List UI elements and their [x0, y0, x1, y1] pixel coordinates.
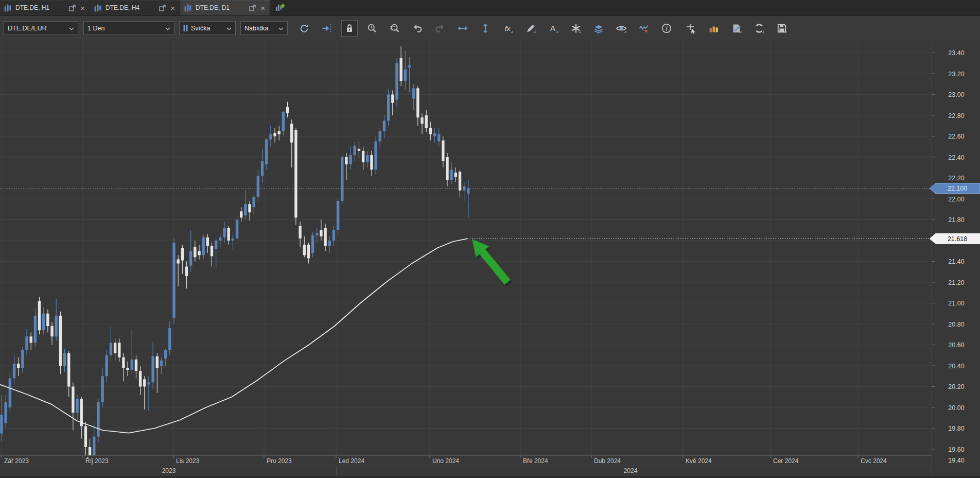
candle-body — [38, 301, 41, 330]
price-axis-label[interactable]: 23.00 — [948, 91, 964, 98]
shapes-tool-icon[interactable] — [568, 20, 584, 37]
price-axis-label[interactable]: 20.00 — [948, 404, 964, 411]
popout-icon[interactable] — [69, 5, 76, 11]
add-chart-button[interactable] — [270, 0, 290, 15]
tab-label: DTE.DE, H1 — [15, 4, 65, 11]
chart-type-select[interactable]: Svíčka — [179, 21, 236, 35]
price-axis-label[interactable]: 23.40 — [948, 49, 964, 57]
price-axis-label[interactable]: 21.00 — [948, 300, 964, 307]
candle-body — [324, 228, 326, 246]
month-label[interactable]: Cvc 2024 — [861, 457, 887, 465]
month-label[interactable]: Zář 2023 — [4, 457, 29, 465]
month-label[interactable]: Uno 2024 — [432, 457, 459, 465]
popout-icon[interactable] — [159, 5, 166, 11]
chevron-down-icon — [278, 25, 284, 32]
candle-body — [160, 361, 163, 366]
price-axis-label[interactable]: 22.00 — [948, 195, 964, 202]
candle-body — [404, 70, 407, 81]
candle-body — [425, 115, 427, 128]
vertical-scale-icon[interactable] — [477, 20, 494, 37]
candle-body — [236, 219, 238, 238]
candle-body — [101, 376, 103, 402]
indicators-fx-icon[interactable]: fx — [500, 20, 516, 37]
month-label[interactable]: Pro 2023 — [267, 457, 292, 465]
undo-icon[interactable] — [409, 20, 426, 37]
price-tag-value: 21.618 — [948, 235, 967, 243]
price-axis-label[interactable]: 19.60 — [948, 446, 964, 453]
candle-body — [383, 121, 386, 131]
menu-select[interactable]: Nabídka — [240, 21, 288, 35]
theme-paint-icon[interactable] — [728, 20, 745, 37]
tab-dte-de-h4[interactable]: DTE.DE, H4× — [90, 0, 180, 15]
price-axis-label[interactable]: 22.80 — [948, 112, 964, 119]
candle-body — [42, 314, 45, 330]
price-axis-label[interactable]: 20.80 — [948, 320, 964, 328]
price-axis-label[interactable]: 22.20 — [948, 175, 964, 182]
auto-refresh-icon[interactable] — [751, 20, 767, 37]
candles-icon — [4, 4, 11, 12]
tab-dte-de-h1[interactable]: DTE.DE, H1× — [0, 0, 90, 15]
candle-body — [126, 368, 129, 370]
layers-icon[interactable] — [590, 20, 607, 37]
price-axis-label[interactable]: 20.60 — [948, 342, 964, 349]
candle-body — [337, 201, 339, 230]
price-axis-label[interactable]: 19.80 — [948, 425, 964, 432]
popout-icon[interactable] — [249, 5, 256, 11]
close-icon[interactable]: × — [170, 4, 176, 12]
candle-body — [433, 133, 436, 136]
tab-dte-de-d1[interactable]: DTE.DE, D1× — [180, 0, 270, 15]
candle-body — [198, 251, 200, 255]
candle-body — [328, 241, 331, 246]
symbol-select[interactable]: DTE.DE/EUR — [4, 21, 78, 35]
menu-select-value: Nabídka — [244, 25, 275, 32]
price-chart[interactable]: 19.6019.8020.0020.2020.4020.6020.8021.00… — [0, 41, 980, 478]
zoom-history-icon[interactable] — [364, 20, 380, 37]
month-label[interactable]: Bře 2024 — [523, 457, 548, 465]
draw-tool-icon[interactable] — [522, 20, 539, 37]
text-tool-icon[interactable]: A — [545, 20, 562, 37]
price-axis-label[interactable]: 22.40 — [948, 153, 964, 161]
chart-toolbar: DTE.DE/EUR1 DenSvíčkaNabídkafxAi — [0, 16, 980, 41]
month-label[interactable]: Říj 2023 — [85, 457, 109, 465]
candle-body — [332, 230, 335, 241]
month-label[interactable]: Dub 2024 — [594, 457, 621, 465]
candle-body — [232, 238, 234, 241]
horizontal-scale-icon[interactable] — [454, 20, 471, 37]
price-axis-label[interactable]: 23.20 — [948, 70, 964, 77]
jump-to-end-icon[interactable] — [319, 20, 335, 37]
candle-body — [286, 107, 289, 113]
price-axis-label[interactable]: 20.20 — [948, 383, 964, 390]
volume-bars-icon[interactable] — [706, 20, 722, 37]
box-zoom-icon[interactable] — [387, 20, 403, 37]
month-label[interactable]: Kvě 2024 — [686, 457, 712, 465]
visibility-icon[interactable] — [613, 20, 629, 37]
pattern-signal-icon[interactable] — [636, 20, 652, 37]
save-template-icon[interactable] — [774, 20, 790, 37]
price-axis-label[interactable]: 21.40 — [948, 258, 964, 265]
redo-icon[interactable] — [432, 20, 448, 37]
year-label[interactable]: 2024 — [624, 467, 638, 474]
month-label[interactable]: Cer 2024 — [773, 457, 799, 465]
lock-scale-icon[interactable] — [341, 20, 358, 37]
candle-body — [257, 176, 259, 197]
price-axis-label[interactable]: 20.40 — [948, 362, 964, 369]
year-label[interactable]: 2023 — [162, 467, 176, 474]
candle-body — [429, 128, 432, 134]
crosshair-icon[interactable] — [683, 20, 699, 37]
close-icon[interactable]: × — [260, 4, 266, 12]
candle-body — [362, 151, 364, 162]
candle-body — [34, 316, 37, 343]
candle-body — [139, 371, 142, 386]
price-axis-label[interactable]: 21.20 — [948, 279, 964, 286]
month-label[interactable]: Lis 2023 — [176, 457, 200, 465]
info-icon[interactable]: i — [658, 20, 675, 37]
period-select[interactable]: 1 Den — [83, 21, 174, 35]
candle-body — [366, 155, 369, 162]
refresh-icon[interactable] — [296, 20, 312, 37]
candle-body — [294, 130, 297, 217]
month-label[interactable]: Led 2024 — [339, 457, 364, 465]
candle-body — [311, 235, 314, 253]
price-axis-label[interactable]: 21.80 — [948, 216, 964, 224]
price-axis-label[interactable]: 22.60 — [948, 133, 964, 140]
close-icon[interactable]: × — [80, 4, 85, 12]
